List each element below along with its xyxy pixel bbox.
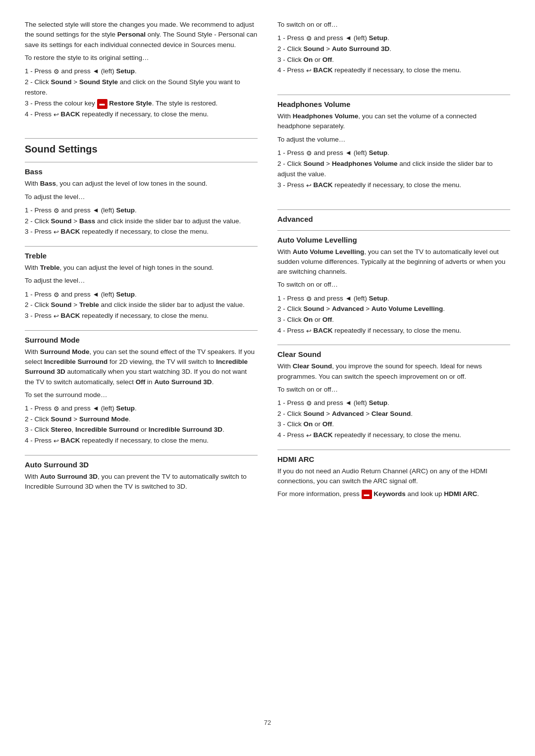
auto-surround-step-3: 3 - Click On or Off. bbox=[277, 54, 510, 65]
advanced-section: Advanced Auto Volume Levelling With Auto… bbox=[277, 215, 510, 508]
right-column: To switch on or off… 1 - Press ⚙ and pre… bbox=[277, 20, 510, 709]
auto-surround-desc: With Auto Surround 3D, you can prevent t… bbox=[25, 472, 258, 492]
bass-step-1: 1 - Press ⚙ and press ◄ (left) Setup. bbox=[25, 205, 258, 216]
clear-sound-lead: To switch on or off… bbox=[277, 385, 510, 395]
sound-settings-section: Sound Settings Bass With Bass, you can a… bbox=[25, 144, 258, 501]
back-icon-avl: ↩ bbox=[306, 326, 312, 337]
bass-step-3: 3 - Press ↩ BACK repeatedly if necessary… bbox=[25, 226, 258, 237]
headphones-step-1: 1 - Press ⚙ and press ◄ (left) Setup. bbox=[277, 148, 510, 158]
auto-volume-step-4: 4 - Press ↩ BACK repeatedly if necessary… bbox=[277, 325, 510, 336]
auto-volume-step-1: 1 - Press ⚙ and press ◄ (left) Setup. bbox=[277, 293, 510, 304]
restore-step-4: 4 - Press ↩ BACK repeatedly if necessary… bbox=[25, 109, 258, 120]
surround-step-3: 3 - Click Stereo, Incredible Surround or… bbox=[25, 424, 258, 435]
back-icon-treble: ↩ bbox=[54, 311, 59, 322]
divider-under-advanced bbox=[277, 230, 510, 231]
surround-section: Surround Mode With Surround Mode, you ca… bbox=[25, 336, 258, 446]
auto-surround-steps: 1 - Press ⚙ and press ◄ (left) Setup. 2 … bbox=[277, 33, 510, 76]
gear-icon: ⚙ bbox=[54, 67, 59, 77]
divider-under-sound-settings bbox=[25, 162, 258, 162]
restore-step-1: 1 - Press ⚙ and press ◄ (left) Setup. bbox=[25, 66, 258, 77]
headphones-section: Headphones Volume With Headphones Volume… bbox=[277, 100, 510, 194]
red-key: ▬ bbox=[97, 99, 107, 109]
gear-icon-avl1: ⚙ bbox=[306, 294, 312, 304]
treble-step-3: 3 - Press ↩ BACK repeatedly if necessary… bbox=[25, 310, 258, 321]
back-icon-surround: ↩ bbox=[54, 436, 59, 447]
restore-step-3: 3 - Press the colour key ▬ Restore Style… bbox=[25, 98, 258, 109]
clear-sound-steps: 1 - Press ⚙ and press ◄ (left) Setup. 2 … bbox=[277, 398, 510, 441]
page-number: 72 bbox=[25, 719, 510, 726]
sound-settings-title: Sound Settings bbox=[25, 144, 258, 155]
headphones-desc: With Headphones Volume, you can set the … bbox=[277, 111, 510, 132]
surround-step-4: 4 - Press ↩ BACK repeatedly if necessary… bbox=[25, 435, 258, 446]
gear-icon-treble1: ⚙ bbox=[54, 290, 59, 301]
auto-volume-steps: 1 - Press ⚙ and press ◄ (left) Setup. 2 … bbox=[277, 293, 510, 336]
auto-volume-step-2: 2 - Click Sound > Advanced > Auto Volume… bbox=[277, 303, 510, 314]
back-icon-hv: ↩ bbox=[306, 181, 312, 191]
divider-hdmi-arc bbox=[277, 450, 510, 450]
hdmi-arc-desc: If you do not need an Audio Return Chann… bbox=[277, 466, 510, 487]
bass-section: Bass With Bass, you can adjust the level… bbox=[25, 167, 258, 237]
headphones-step-3: 3 - Press ↩ BACK repeatedly if necessary… bbox=[277, 180, 510, 191]
headphones-steps: 1 - Press ⚙ and press ◄ (left) Setup. 2 … bbox=[277, 148, 510, 191]
treble-step-2: 2 - Click Sound > Treble and click insid… bbox=[25, 300, 258, 310]
auto-surround-step-4: 4 - Press ↩ BACK repeatedly if necessary… bbox=[277, 65, 510, 76]
back-icon-bass: ↩ bbox=[54, 227, 59, 238]
auto-volume-lead: To switch on or off… bbox=[277, 280, 510, 290]
headphones-step-2: 2 - Click Sound > Headphones Volume and … bbox=[277, 158, 510, 180]
auto-surround-lead: To switch on or off… bbox=[277, 20, 510, 30]
treble-title: Treble bbox=[25, 252, 258, 260]
gear-icon-hv1: ⚙ bbox=[306, 149, 312, 159]
gear-icon-bass1: ⚙ bbox=[54, 206, 59, 216]
auto-volume-step-3: 3 - Click On or Off. bbox=[277, 314, 510, 325]
clear-sound-section: Clear Sound With Clear Sound, you improv… bbox=[277, 350, 510, 441]
restore-steps: 1 - Press ⚙ and press ◄ (left) Setup. 2 … bbox=[25, 66, 258, 119]
bass-lead: To adjust the level… bbox=[25, 192, 258, 202]
divider-headphones bbox=[277, 95, 510, 95]
headphones-title: Headphones Volume bbox=[277, 100, 510, 108]
bass-title: Bass bbox=[25, 167, 258, 176]
two-column-layout: The selected style will store the change… bbox=[25, 20, 510, 709]
hdmi-arc-title: HDMI ARC bbox=[277, 455, 510, 463]
divider-auto-surround bbox=[25, 455, 258, 455]
hdmi-arc-section: HDMI ARC If you do not need an Audio Ret… bbox=[277, 455, 510, 500]
divider-clear-sound bbox=[277, 345, 510, 345]
advanced-title: Advanced bbox=[277, 215, 510, 223]
clear-sound-step-1: 1 - Press ⚙ and press ◄ (left) Setup. bbox=[277, 398, 510, 408]
clear-sound-title: Clear Sound bbox=[277, 350, 510, 358]
surround-step-1: 1 - Press ⚙ and press ◄ (left) Setup. bbox=[25, 403, 258, 414]
divider-treble bbox=[25, 246, 258, 247]
restore-step-2: 2 - Click Sound > Sound Style and click … bbox=[25, 77, 258, 98]
clear-sound-desc: With Clear Sound, you improve the sound … bbox=[277, 361, 510, 382]
keywords-key: ▬ bbox=[362, 490, 372, 499]
gear-icon-surround1: ⚙ bbox=[54, 404, 59, 414]
treble-lead: To adjust the level… bbox=[25, 276, 258, 286]
surround-steps: 1 - Press ⚙ and press ◄ (left) Setup. 2 … bbox=[25, 403, 258, 446]
restore-heading: To restore the style to its original set… bbox=[25, 53, 258, 63]
treble-step-1: 1 - Press ⚙ and press ◄ (left) Setup. bbox=[25, 289, 258, 300]
auto-surround-title: Auto Surround 3D bbox=[25, 460, 258, 469]
clear-sound-step-4: 4 - Press ↩ BACK repeatedly if necessary… bbox=[277, 430, 510, 441]
page: The selected style will store the change… bbox=[0, 0, 535, 756]
divider-advanced bbox=[277, 209, 510, 210]
clear-sound-step-2: 2 - Click Sound > Advanced > Clear Sound… bbox=[277, 408, 510, 419]
back-icon-cs: ↩ bbox=[306, 431, 312, 441]
treble-section: Treble With Treble, you can adjust the l… bbox=[25, 252, 258, 321]
surround-step-2: 2 - Click Sound > Surround Mode. bbox=[25, 414, 258, 425]
bass-steps: 1 - Press ⚙ and press ◄ (left) Setup. 2 … bbox=[25, 205, 258, 237]
bass-step-2: 2 - Click Sound > Bass and click inside … bbox=[25, 216, 258, 227]
auto-surround-step-2: 2 - Click Sound > Auto Surround 3D. bbox=[277, 44, 510, 54]
clear-sound-step-3: 3 - Click On or Off. bbox=[277, 419, 510, 430]
auto-volume-title: Auto Volume Levelling bbox=[277, 236, 510, 244]
treble-desc: With Treble, you can adjust the level of… bbox=[25, 263, 258, 273]
bass-desc: With Bass, you can adjust the level of l… bbox=[25, 179, 258, 189]
intro-para1: The selected style will store the change… bbox=[25, 20, 258, 50]
treble-steps: 1 - Press ⚙ and press ◄ (left) Setup. 2 … bbox=[25, 289, 258, 321]
auto-volume-desc: With Auto Volume Levelling, you can set … bbox=[277, 247, 510, 277]
gear-icon-as1: ⚙ bbox=[306, 34, 312, 44]
back-icon: ↩ bbox=[54, 110, 59, 120]
headphones-lead: To adjust the volume… bbox=[277, 135, 510, 145]
auto-surround-step-1: 1 - Press ⚙ and press ◄ (left) Setup. bbox=[277, 33, 510, 44]
divider-sound-settings bbox=[25, 138, 258, 139]
surround-title: Surround Mode bbox=[25, 336, 258, 344]
auto-surround-continued-section: To switch on or off… 1 - Press ⚙ and pre… bbox=[277, 20, 510, 79]
